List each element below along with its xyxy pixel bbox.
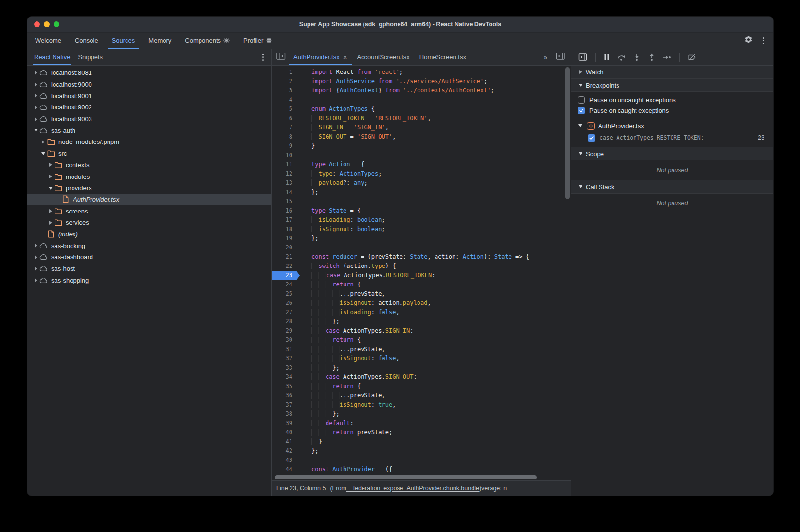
pause-uncaught-exceptions-row[interactable]: Pause on uncaught exceptions bbox=[571, 94, 773, 105]
tree-item-sas-shopping[interactable]: sas-shopping bbox=[27, 274, 271, 286]
step-over-button[interactable] bbox=[617, 53, 626, 61]
tree-item-node-modules-pnpm[interactable]: node_modules/.pnpm bbox=[27, 136, 271, 148]
show-debugger-sidebar-button[interactable] bbox=[556, 52, 565, 62]
code-line-content[interactable]: case ActionTypes.RESTORE_TOKEN: bbox=[300, 271, 571, 280]
code-line-content[interactable]: ...prevState, bbox=[300, 391, 571, 400]
code-line-content[interactable]: return { bbox=[300, 382, 571, 391]
tab-welcome[interactable]: Welcome bbox=[29, 33, 67, 49]
editor-tab-accountscreen-tsx[interactable]: AccountScreen.tsx bbox=[352, 49, 414, 65]
tree-item-sas-auth[interactable]: sas-auth bbox=[27, 124, 271, 136]
code-line-content[interactable]: import AuthService from '../services/Aut… bbox=[300, 77, 571, 86]
code-line-content[interactable]: payload?: any; bbox=[300, 178, 571, 188]
line-number[interactable]: 21 bbox=[272, 252, 300, 262]
tree-item-sas-host[interactable]: sas-host bbox=[27, 263, 271, 275]
tree-item-localhost-9001[interactable]: localhost:9001 bbox=[27, 90, 271, 102]
line-number[interactable]: 28 bbox=[272, 317, 300, 326]
code-line-content[interactable]: } bbox=[300, 142, 571, 151]
step-button[interactable] bbox=[662, 53, 672, 61]
tab-memory[interactable]: Memory bbox=[143, 33, 177, 49]
tab-console[interactable]: Console bbox=[69, 33, 104, 49]
code-line-content[interactable]: isSignout: action.payload, bbox=[300, 299, 571, 308]
code-line-content[interactable]: }; bbox=[300, 188, 571, 197]
tree-item-src[interactable]: src bbox=[27, 148, 271, 160]
line-number[interactable]: 20 bbox=[272, 243, 300, 252]
code-line-content[interactable]: isSignout: boolean; bbox=[300, 225, 571, 234]
line-number[interactable]: 32 bbox=[272, 354, 300, 363]
breakpoint-entry[interactable]: case ActionTypes.RESTORE_TOKEN: 23 bbox=[571, 132, 773, 143]
editor-tab-authprovider-tsx[interactable]: AuthProvider.tsx× bbox=[289, 49, 352, 65]
tab-components[interactable]: Components bbox=[179, 33, 236, 49]
tree-item-contexts[interactable]: contexts bbox=[27, 160, 271, 171]
line-number[interactable]: 43 bbox=[272, 456, 300, 465]
tree-item-services[interactable]: services bbox=[27, 217, 271, 229]
code-line-content[interactable]: isLoading: false, bbox=[300, 308, 571, 317]
code-line-content[interactable]: ...prevState, bbox=[300, 345, 571, 354]
line-number[interactable]: 1 bbox=[272, 68, 300, 77]
tree-item-providers[interactable]: providers bbox=[27, 182, 271, 194]
tree-item-screens[interactable]: screens bbox=[27, 205, 271, 217]
tree-item-localhost-9000[interactable]: localhost:9000 bbox=[27, 79, 271, 90]
tree-item-index[interactable]: (index) bbox=[27, 229, 271, 240]
tree-item-localhost-9003[interactable]: localhost:9003 bbox=[27, 113, 271, 125]
code-editor[interactable]: 1import React from 'react';2import AuthS… bbox=[272, 66, 571, 474]
line-number[interactable]: 22 bbox=[272, 262, 300, 271]
code-line-content[interactable]: }; bbox=[300, 446, 571, 456]
line-number[interactable]: 6 bbox=[272, 114, 300, 123]
code-line-content[interactable]: SIGN_IN = 'SIGN_IN', bbox=[300, 123, 571, 132]
line-number[interactable]: 42 bbox=[272, 446, 300, 456]
breakpoints-section-header[interactable]: Breakpoints bbox=[571, 79, 773, 92]
checkbox-icon[interactable] bbox=[578, 107, 585, 114]
call-stack-section-header[interactable]: Call Stack bbox=[571, 180, 773, 194]
tree-item-sas-dashboard[interactable]: sas-dashboard bbox=[27, 251, 271, 263]
code-line-content[interactable]: }; bbox=[300, 234, 571, 243]
code-line-content[interactable]: return { bbox=[300, 280, 571, 289]
line-number[interactable]: 18 bbox=[272, 225, 300, 234]
code-line-content[interactable]: SIGN_OUT = 'SIGN_OUT', bbox=[300, 132, 571, 142]
toggle-debugger-panel-button[interactable] bbox=[578, 53, 587, 61]
pause-caught-exceptions-row[interactable]: Pause on caught exceptions bbox=[571, 105, 773, 116]
scope-section-header[interactable]: Scope bbox=[571, 147, 773, 160]
code-line-content[interactable]: case ActionTypes.SIGN_OUT: bbox=[300, 372, 571, 382]
code-line-content[interactable]: ...prevState, bbox=[300, 289, 571, 299]
code-line-content[interactable]: const reducer = (prevState: State, actio… bbox=[300, 252, 571, 262]
more-tabs-button[interactable]: » bbox=[544, 53, 548, 61]
code-line-content[interactable] bbox=[300, 197, 571, 206]
code-line-content[interactable]: case ActionTypes.SIGN_IN: bbox=[300, 326, 571, 336]
vertical-scrollbar-thumb[interactable] bbox=[565, 67, 570, 199]
tree-item-modules[interactable]: modules bbox=[27, 171, 271, 182]
line-number[interactable]: 26 bbox=[272, 299, 300, 308]
step-into-button[interactable] bbox=[633, 53, 641, 61]
line-number[interactable]: 38 bbox=[272, 409, 300, 419]
code-line-content[interactable]: isSignout: true, bbox=[300, 400, 571, 409]
line-number[interactable]: 40 bbox=[272, 428, 300, 437]
close-button[interactable] bbox=[34, 21, 40, 27]
line-number[interactable]: 14 bbox=[272, 188, 300, 197]
line-number[interactable]: 44 bbox=[272, 465, 300, 474]
tree-item-sas-booking[interactable]: sas-booking bbox=[27, 240, 271, 251]
close-tab-icon[interactable]: × bbox=[343, 53, 347, 61]
settings-button[interactable] bbox=[742, 35, 755, 47]
code-line-content[interactable]: }; bbox=[300, 317, 571, 326]
code-line-content[interactable] bbox=[300, 456, 571, 465]
code-line-content[interactable] bbox=[300, 151, 571, 160]
line-number[interactable]: 12 bbox=[272, 169, 300, 178]
more-options-button[interactable] bbox=[757, 35, 769, 47]
line-number[interactable]: 16 bbox=[272, 206, 300, 215]
hide-navigator-button[interactable] bbox=[276, 52, 286, 62]
code-line-content[interactable]: return prevState; bbox=[300, 428, 571, 437]
code-line-content[interactable] bbox=[300, 243, 571, 252]
code-line-content[interactable]: }; bbox=[300, 409, 571, 419]
tree-item-localhost-9002[interactable]: localhost:9002 bbox=[27, 102, 271, 113]
step-out-button[interactable] bbox=[648, 53, 655, 61]
code-line-content[interactable]: type Action = { bbox=[300, 160, 571, 169]
line-number[interactable]: 29 bbox=[272, 326, 300, 336]
line-number[interactable]: 41 bbox=[272, 437, 300, 446]
code-line-content[interactable] bbox=[300, 95, 571, 105]
line-number[interactable]: 5 bbox=[272, 105, 300, 114]
line-number[interactable]: 7 bbox=[272, 123, 300, 132]
editor-tab-homescreen-tsx[interactable]: HomeScreen.tsx bbox=[415, 49, 471, 65]
line-number[interactable]: 34 bbox=[272, 372, 300, 382]
checkbox-icon[interactable] bbox=[588, 134, 595, 142]
line-number[interactable]: 13 bbox=[272, 178, 300, 188]
pause-button[interactable] bbox=[603, 53, 610, 61]
